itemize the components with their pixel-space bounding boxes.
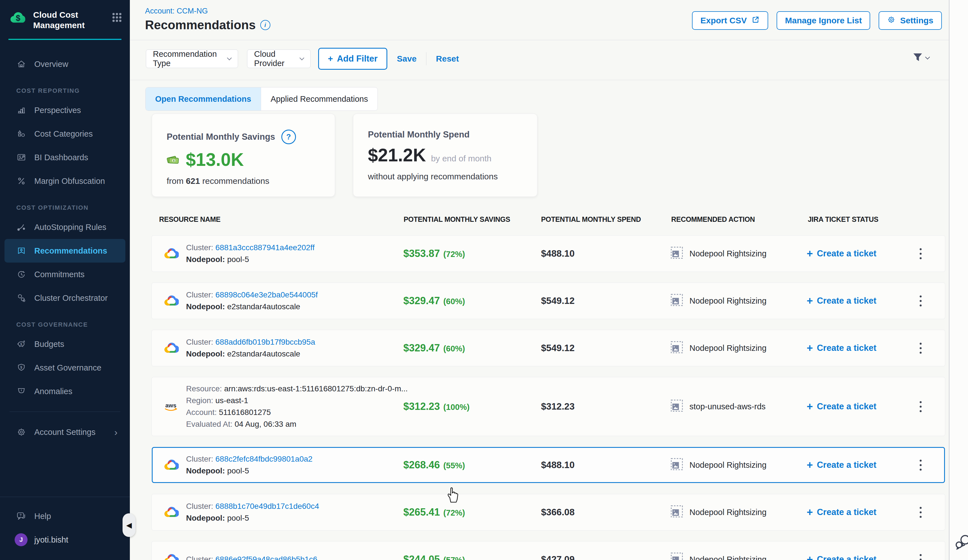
plus-icon: +	[807, 401, 813, 413]
table-row[interactable]: Cluster: 6881a3ccc887941a4ee202ffNodepoo…	[152, 235, 945, 272]
tab-open-recommendations[interactable]: Open Recommendations	[146, 88, 261, 111]
spend-subtitle: without applying recommendations	[368, 172, 537, 181]
sidebar-item-recommendations[interactable]: Recommendations	[5, 239, 125, 263]
resource-cell: Cluster: 6888b1c70e49db17c1de60c4Nodepoo…	[163, 502, 403, 523]
money-bills-icon: $	[167, 153, 180, 166]
sidebar-item-cluster-orchestrator[interactable]: Cluster Orchestrator	[0, 286, 130, 310]
resource-link[interactable]: 6886e92f59a48cad86b5b1c6	[215, 555, 317, 560]
resource-line: Cluster: 688add6fb019b17f9bccb95a	[186, 338, 315, 346]
avatar: J	[15, 533, 28, 546]
resource-link[interactable]: 688add6fb019b17f9bccb95a	[215, 338, 315, 346]
sidebar-item-autostopping-rules[interactable]: AutoStopping Rules	[0, 215, 130, 239]
resource-line-label: Nodepool:	[186, 255, 225, 264]
savings-percent: (60%)	[443, 297, 465, 306]
sidebar-item-account-settings[interactable]: Account Settings ›	[0, 420, 130, 444]
sidebar-item-anomalies[interactable]: Anomalies	[0, 379, 130, 403]
create-ticket-link[interactable]: +Create a ticket	[807, 248, 913, 260]
support-chat-icon[interactable]	[955, 533, 968, 553]
resource-cell: Cluster: 688c2fefc84fbdc99801a0a2Nodepoo…	[163, 455, 403, 476]
reset-filter-link[interactable]: Reset	[436, 54, 459, 63]
piggy-bank-icon: $	[16, 339, 27, 349]
sidebar-item-label: Cost Categories	[34, 129, 93, 139]
settings-button[interactable]: Settings	[878, 11, 941, 30]
user-menu[interactable]: J jyoti.bisht	[0, 528, 130, 552]
table-row[interactable]: Cluster: 6886e92f59a48cad86b5b1c6$244.05…	[152, 542, 945, 560]
sidebar-item-label: Account Settings	[34, 427, 96, 437]
create-ticket-link[interactable]: +Create a ticket	[807, 401, 913, 413]
sidebar-item-perspectives[interactable]: Perspectives	[0, 98, 130, 122]
row-menu-button[interactable]	[913, 460, 928, 471]
sidebar-item-help[interactable]: ? Help	[0, 504, 130, 528]
info-icon[interactable]: i	[260, 20, 270, 30]
page-title: Recommendations i	[145, 18, 270, 32]
plus-icon: +	[807, 553, 813, 560]
resource-link[interactable]: 68898c064e3e2ba0e544005f	[215, 290, 318, 299]
sidebar-item-margin-obfuscation[interactable]: Margin Obfuscation	[0, 169, 130, 193]
filter-panel-toggle[interactable]	[912, 52, 929, 63]
recommendations-tabs: Open Recommendations Applied Recommendat…	[145, 87, 378, 111]
scrollbar-gutter[interactable]	[950, 0, 968, 560]
table-row[interactable]: awsResource: arn:aws:rds:us-east-1:51161…	[152, 377, 945, 436]
sidebar-section-cost-optimization: COST OPTIMIZATION	[0, 193, 130, 215]
sidebar-item-bi-dashboards[interactable]: BI Dashboards	[0, 146, 130, 169]
create-ticket-link[interactable]: +Create a ticket	[807, 459, 913, 471]
table-row[interactable]: Cluster: 6888b1c70e49db17c1de60c4Nodepoo…	[152, 494, 945, 530]
row-menu-button[interactable]	[913, 343, 928, 354]
row-menu-button[interactable]	[913, 401, 928, 412]
tab-applied-recommendations[interactable]: Applied Recommendations	[261, 88, 378, 111]
sidebar-item-asset-governance[interactable]: $Asset Governance	[0, 356, 130, 379]
question-icon[interactable]: ?	[281, 129, 296, 144]
create-ticket-link[interactable]: +Create a ticket	[807, 342, 913, 354]
user-name: jyoti.bisht	[34, 535, 68, 545]
table-row[interactable]: Cluster: 68898c064e3e2ba0e544005fNodepoo…	[152, 283, 945, 319]
rightsizing-icon	[670, 341, 683, 356]
row-menu-button[interactable]	[913, 248, 928, 259]
rightsizing-icon	[670, 399, 683, 414]
sidebar-item-label: Asset Governance	[34, 363, 101, 373]
cloud-provider-dropdown[interactable]: Cloud Provider	[247, 50, 311, 68]
export-csv-button[interactable]: Export CSV	[692, 11, 768, 30]
action-label: Nodepool Rightsizing	[690, 461, 766, 470]
plus-icon: +	[807, 342, 813, 354]
cloud-dollar-logo: $	[9, 10, 27, 26]
resource-link[interactable]: 6881a3ccc887941a4ee202ff	[215, 243, 315, 252]
row-menu-button[interactable]	[913, 295, 928, 307]
add-filter-button[interactable]: + Add Filter	[318, 48, 387, 70]
create-ticket-link[interactable]: +Create a ticket	[807, 506, 913, 519]
resource-link[interactable]: 688c2fefc84fbdc99801a0a2	[215, 455, 313, 463]
hexagons-gear-icon	[16, 293, 27, 303]
resource-line-label: Cluster:	[186, 502, 213, 510]
col-header-monthly-savings: POTENTIAL MONTHLY SAVINGS	[404, 215, 510, 224]
sidebar-item-budgets[interactable]: $Budgets	[0, 332, 130, 356]
sidebar-item-label: Perspectives	[34, 106, 81, 115]
save-filter-link[interactable]: Save	[397, 54, 416, 63]
row-menu-button[interactable]	[913, 507, 928, 518]
sidebar-item-cost-categories[interactable]: Cost Categories	[0, 122, 130, 146]
spend-qualifier: by end of month	[431, 154, 491, 163]
resource-line-label: Cluster:	[186, 338, 213, 346]
row-menu-button[interactable]	[913, 554, 928, 560]
resource-line: Cluster: 6881a3ccc887941a4ee202ff	[186, 243, 315, 252]
create-ticket-link[interactable]: +Create a ticket	[807, 553, 913, 560]
breadcrumb-account-link[interactable]: Account: CCM-NG	[145, 7, 208, 15]
resource-value: pool-5	[227, 466, 249, 475]
resource-line: Region: us-east-1	[186, 396, 408, 405]
savings-amount: $329.47	[403, 342, 440, 354]
gcp-icon	[163, 506, 179, 519]
add-filter-label: Add Filter	[337, 54, 378, 64]
manage-ignore-list-button[interactable]: Manage Ignore List	[777, 11, 870, 30]
sidebar-item-commitments[interactable]: Commitments	[0, 263, 130, 286]
action-cell: Nodepool Rightsizing	[670, 552, 807, 560]
module-grid-icon[interactable]	[111, 12, 123, 24]
recommendations-table-body: Cluster: 6881a3ccc887941a4ee202ffNodepoo…	[152, 235, 945, 560]
table-row[interactable]: Cluster: 688c2fefc84fbdc99801a0a2Nodepoo…	[152, 447, 945, 483]
recommendation-type-dropdown[interactable]: Recommendation Type	[146, 50, 238, 68]
table-row[interactable]: Cluster: 688add6fb019b17f9bccb95aNodepoo…	[152, 330, 945, 366]
svg-text:$: $	[173, 159, 175, 162]
sidebar-collapse-button[interactable]: ◀	[123, 513, 136, 537]
spend-cell: $427.09	[541, 554, 670, 560]
sidebar-item-overview[interactable]: Overview	[0, 52, 130, 76]
spend-value: $21.2K	[368, 145, 426, 166]
create-ticket-link[interactable]: +Create a ticket	[807, 295, 913, 307]
resource-link[interactable]: 6888b1c70e49db17c1de60c4	[215, 502, 319, 510]
